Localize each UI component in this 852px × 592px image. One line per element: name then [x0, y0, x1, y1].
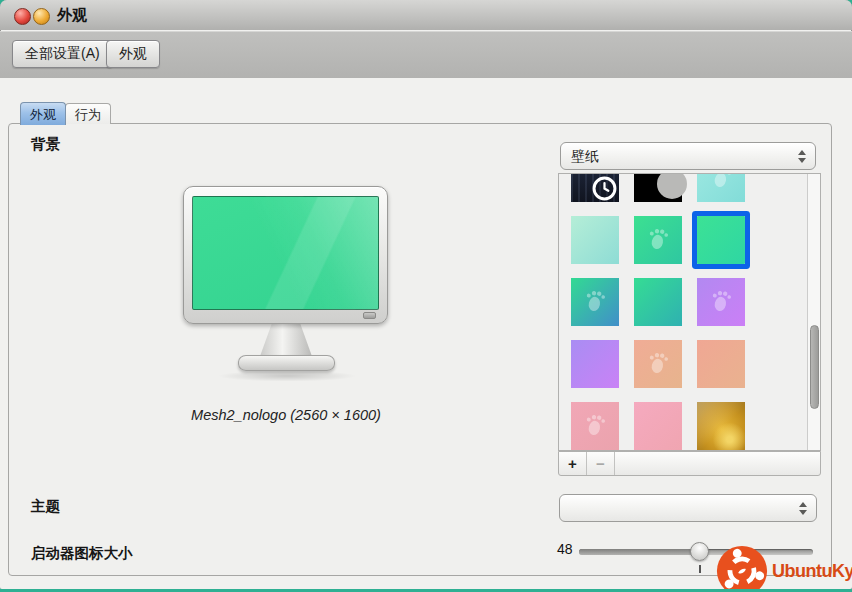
wallpaper-scrollbar[interactable]: [807, 174, 820, 450]
wallpaper-thumb-pink-foot[interactable]: [571, 402, 619, 450]
appearance-panel: 背景 Mesh2_nologo (2560 × 1600) 壁纸: [8, 123, 832, 576]
slider-tick: [699, 565, 701, 573]
monitor-screen: [192, 196, 379, 310]
appearance-toolbar-button[interactable]: 外观: [106, 40, 160, 68]
wallpaper-thumb-purple[interactable]: [697, 278, 745, 326]
gnome-foot-icon: [583, 412, 607, 438]
theme-select[interactable]: [559, 494, 817, 522]
content-area: 外观 行为 背景 Mesh2_nologo (2560 × 1600) 壁纸: [0, 78, 852, 589]
monitor-shadow: [212, 370, 362, 382]
add-wallpaper-button[interactable]: +: [559, 452, 587, 475]
minimize-button[interactable]: [33, 8, 50, 25]
monitor-bezel: [183, 186, 388, 324]
wallpaper-thumb-pink[interactable]: [634, 402, 682, 450]
wallpaper-caption: Mesh2_nologo (2560 × 1600): [106, 407, 466, 423]
monitor-stand-neck: [251, 323, 321, 358]
wallpaper-grid: [571, 173, 745, 450]
brand-text: UbuntuKylin: [772, 561, 852, 582]
gnome-foot-icon: [709, 288, 733, 314]
wallpaper-thumb-violet[interactable]: [571, 340, 619, 388]
wallpaper-thumb-salmon-foot[interactable]: [634, 340, 682, 388]
launcher-size-heading: 启动器图标大小: [31, 544, 133, 563]
wallpaper-thumb-salmon[interactable]: [697, 340, 745, 388]
slider-thumb[interactable]: [690, 542, 709, 561]
window-title: 外观: [57, 6, 87, 25]
titlebar[interactable]: 外观: [0, 0, 852, 30]
theme-heading: 主题: [31, 497, 60, 516]
wallpaper-list: [558, 173, 821, 451]
select-arrows-icon: [798, 150, 806, 163]
wallpaper-thumb-night-city-timed[interactable]: [571, 173, 619, 202]
wallpaper-list-toolbar: + −: [558, 451, 821, 476]
wallpaper-thumb-golden-flower[interactable]: [697, 402, 745, 450]
close-button[interactable]: [14, 8, 31, 25]
tab-behavior[interactable]: 行为: [65, 103, 111, 124]
gnome-foot-icon: [709, 173, 733, 190]
moon-icon: [657, 173, 687, 199]
monitor-power-button: [363, 312, 376, 319]
gnome-foot-icon: [583, 288, 607, 314]
wallpaper-thumb-teal-blue[interactable]: [571, 278, 619, 326]
wallpaper-thumb-aqua-light[interactable]: [697, 173, 745, 202]
wallpaper-thumb-green-teal[interactable]: [634, 278, 682, 326]
background-heading: 背景: [31, 135, 60, 154]
tab-appearance[interactable]: 外观: [20, 102, 66, 125]
gnome-foot-icon: [646, 350, 670, 376]
monitor-stand-base: [238, 355, 335, 371]
wallpaper-thumb-green-selected[interactable]: [697, 216, 745, 264]
wallpaper-thumb-black-moon[interactable]: [634, 173, 682, 202]
appearance-window: 外观 全部设置(A) 外观 外观 行为 背景: [0, 0, 852, 589]
branding: UbuntuKylin: [715, 544, 852, 589]
wallpaper-source-select[interactable]: 壁纸: [560, 142, 816, 170]
gnome-foot-icon: [646, 226, 670, 252]
wallpaper-thumb-green-foot[interactable]: [634, 216, 682, 264]
toolbar: 全部设置(A) 外观: [0, 31, 852, 79]
desktop-background: 外观 全部设置(A) 外观 外观 行为 背景: [0, 0, 852, 592]
scrollbar-thumb[interactable]: [810, 325, 819, 409]
ubuntukylin-logo-icon: [715, 544, 769, 589]
all-settings-button[interactable]: 全部设置(A): [12, 40, 113, 68]
clock-icon: [591, 175, 618, 202]
wallpaper-source-value: 壁纸: [571, 148, 599, 166]
tab-bar: 外观 行为: [20, 100, 110, 124]
launcher-size-value: 48: [557, 541, 573, 557]
remove-wallpaper-button[interactable]: −: [587, 452, 615, 475]
wallpaper-thumb-mint[interactable]: [571, 216, 619, 264]
select-arrows-icon: [799, 502, 807, 515]
